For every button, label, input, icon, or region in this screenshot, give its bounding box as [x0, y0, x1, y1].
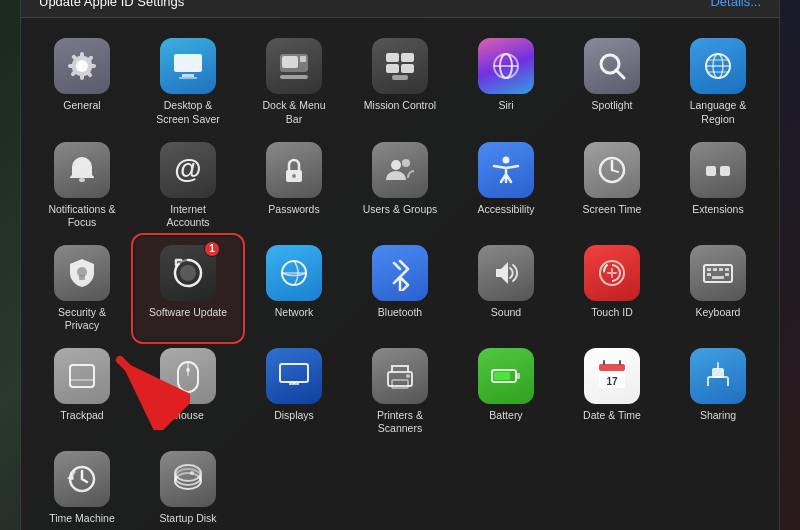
icon-label-sound: Sound [491, 306, 521, 319]
svg-rect-47 [725, 273, 729, 276]
icon-item-passwords[interactable]: Passwords [241, 134, 347, 237]
svg-rect-10 [386, 64, 399, 73]
icon-img-network [266, 245, 322, 301]
svg-rect-67 [712, 368, 724, 378]
icon-label-passwords: Passwords [268, 203, 319, 216]
icon-label-mission: Mission Control [364, 99, 436, 112]
icon-item-datetime[interactable]: 17Date & Time [559, 340, 665, 443]
svg-rect-12 [392, 75, 408, 80]
icon-img-language [690, 38, 746, 94]
svg-rect-6 [300, 56, 306, 62]
svg-rect-3 [179, 77, 197, 79]
svg-rect-2 [182, 74, 194, 77]
svg-rect-8 [386, 53, 399, 62]
icon-item-touchid[interactable]: Touch ID [559, 237, 665, 340]
icon-label-general: General [63, 99, 100, 112]
icon-item-users[interactable]: Users & Groups [347, 134, 453, 237]
icon-item-security[interactable]: Security & Privacy [29, 237, 135, 340]
icon-img-extensions [690, 142, 746, 198]
icon-item-software[interactable]: 1Software Update [135, 237, 241, 340]
svg-rect-45 [725, 268, 729, 271]
icon-img-battery [478, 348, 534, 404]
svg-point-23 [79, 178, 85, 182]
icon-img-internet: @ [160, 142, 216, 198]
icon-img-passwords [266, 142, 322, 198]
icon-label-desktop: Desktop & Screen Saver [148, 99, 228, 125]
icon-item-mouse[interactable]: Mouse [135, 340, 241, 443]
icon-img-sharing [690, 348, 746, 404]
panel-header: Update Apple ID Settings Details... [21, 0, 779, 18]
icon-item-battery[interactable]: Battery [453, 340, 559, 443]
icon-label-extensions: Extensions [692, 203, 743, 216]
icon-img-mission [372, 38, 428, 94]
icon-img-notifications [54, 142, 110, 198]
svg-rect-11 [401, 64, 414, 73]
icon-img-datetime: 17 [584, 348, 640, 404]
icon-item-internet[interactable]: @Internet Accounts [135, 134, 241, 237]
icon-img-desktop [160, 38, 216, 94]
icon-img-general [54, 38, 110, 94]
details-link[interactable]: Details... [710, 0, 761, 9]
system-preferences-panel: Update Apple ID Settings Details... Gene… [20, 0, 780, 530]
icon-item-bluetooth[interactable]: Bluetooth [347, 237, 453, 340]
icon-item-desktop[interactable]: Desktop & Screen Saver [135, 30, 241, 133]
icon-item-startupdisk[interactable]: Startup Disk [135, 443, 241, 530]
icon-img-printers [372, 348, 428, 404]
svg-point-73 [190, 471, 194, 475]
icon-label-internet: Internet Accounts [148, 203, 228, 229]
svg-point-58 [406, 374, 410, 378]
icon-label-users: Users & Groups [363, 203, 438, 216]
icon-item-accessibility[interactable]: Accessibility [453, 134, 559, 237]
icon-img-touchid [584, 245, 640, 301]
icon-item-screentime[interactable]: Screen Time [559, 134, 665, 237]
icon-item-printers[interactable]: Printers & Scanners [347, 340, 453, 443]
icon-label-security: Security & Privacy [42, 306, 122, 332]
icon-label-battery: Battery [489, 409, 522, 422]
icon-label-siri: Siri [498, 99, 513, 112]
svg-rect-36 [79, 275, 85, 280]
icon-img-keyboard [690, 245, 746, 301]
icon-label-software: Software Update [149, 306, 227, 319]
svg-rect-43 [713, 268, 717, 271]
svg-rect-61 [494, 372, 510, 380]
icon-item-general[interactable]: General [29, 30, 135, 133]
svg-point-29 [503, 156, 510, 163]
icon-label-datetime: Date & Time [583, 409, 641, 422]
icon-item-timemachine[interactable]: Time Machine [29, 443, 135, 530]
icon-img-dock [266, 38, 322, 94]
icons-grid: GeneralDesktop & Screen SaverDock & Menu… [21, 18, 779, 530]
svg-rect-1 [174, 54, 202, 72]
icon-item-sharing[interactable]: Sharing [665, 340, 771, 443]
svg-point-52 [186, 368, 190, 372]
icon-img-spotlight [584, 38, 640, 94]
icon-label-trackpad: Trackpad [60, 409, 103, 422]
icon-item-mission[interactable]: Mission Control [347, 30, 453, 133]
icon-item-network[interactable]: Network [241, 237, 347, 340]
icon-label-screentime: Screen Time [583, 203, 642, 216]
icon-img-screentime [584, 142, 640, 198]
icon-img-timemachine [54, 451, 110, 507]
icon-label-language: Language & Region [678, 99, 758, 125]
icon-item-dock[interactable]: Dock & Menu Bar [241, 30, 347, 133]
icon-label-notifications: Notifications & Focus [42, 203, 122, 229]
icon-item-spotlight[interactable]: Spotlight [559, 30, 665, 133]
icon-item-siri[interactable]: Siri [453, 30, 559, 133]
svg-line-17 [616, 70, 624, 78]
icon-item-extensions[interactable]: Extensions [665, 134, 771, 237]
icon-img-siri [478, 38, 534, 94]
icon-label-printers: Printers & Scanners [360, 409, 440, 435]
icon-item-notifications[interactable]: Notifications & Focus [29, 134, 135, 237]
icon-item-trackpad[interactable]: Trackpad [29, 340, 135, 443]
icon-item-keyboard[interactable]: Keyboard [665, 237, 771, 340]
icon-img-bluetooth [372, 245, 428, 301]
icon-img-startupdisk [160, 451, 216, 507]
svg-line-32 [612, 170, 618, 172]
icon-label-accessibility: Accessibility [477, 203, 534, 216]
icon-item-language[interactable]: Language & Region [665, 30, 771, 133]
icon-item-sound[interactable]: Sound [453, 237, 559, 340]
svg-point-28 [402, 159, 410, 167]
icon-item-displays[interactable]: Displays [241, 340, 347, 443]
svg-point-26 [292, 174, 296, 178]
icon-img-trackpad [54, 348, 110, 404]
svg-rect-42 [707, 268, 711, 271]
